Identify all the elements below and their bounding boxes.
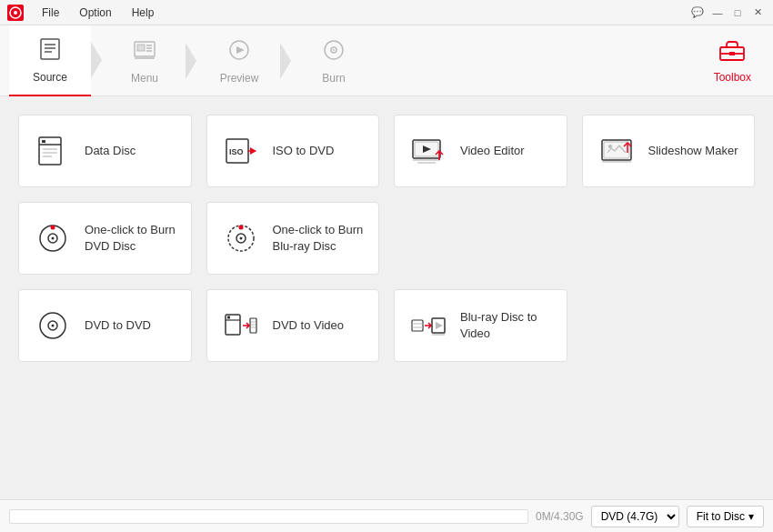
tab-preview[interactable]: Preview (198, 25, 280, 96)
tools-row-1: Data Disc ISO ISO to DVD (18, 115, 755, 187)
title-bar-left: File Option Help (7, 5, 157, 21)
empty-card-3 (582, 289, 756, 362)
svg-point-46 (239, 237, 242, 240)
tool-slideshow-maker[interactable]: Slideshow Maker (582, 115, 756, 187)
fit-to-disc-button[interactable]: Fit to Disc ▾ (687, 506, 764, 527)
menu-option[interactable]: Option (75, 5, 115, 21)
fit-disc-label: Fit to Disc (697, 510, 745, 523)
title-bar-right: 💬 — □ ✕ (689, 5, 766, 20)
tab-menu-label: Menu (131, 72, 158, 85)
svg-rect-22 (42, 140, 45, 143)
dvd-dvd-icon (34, 306, 72, 345)
message-button[interactable]: 💬 (689, 5, 706, 20)
tool-oneclick-dvd[interactable]: One-click to Burn DVD Disc (18, 202, 192, 275)
svg-point-37 (608, 145, 612, 148)
tab-menu[interactable]: Menu (104, 25, 186, 96)
tool-video-editor[interactable]: Video Editor (394, 115, 567, 187)
svg-point-50 (52, 325, 55, 327)
svg-point-42 (52, 237, 55, 240)
iso-dvd-label: ISO to DVD (273, 143, 335, 159)
toolbox-label: Toolbox (714, 71, 751, 84)
minimize-button[interactable]: — (709, 5, 726, 20)
progress-bar-container (9, 509, 528, 524)
storage-label: 0M/4.30G (536, 510, 584, 523)
toolbar-tabs: Source Menu Pr (9, 25, 375, 95)
tool-oneclick-blu[interactable]: One-click to Burn Blu-ray Disc (206, 202, 380, 275)
video-editor-icon (409, 132, 447, 170)
maximize-button[interactable]: □ (729, 5, 746, 20)
tool-blu-to-video[interactable]: Blu-ray Disc to Video (394, 289, 567, 362)
tab-burn[interactable]: Burn (293, 25, 375, 96)
tab-preview-label: Preview (220, 72, 259, 85)
blu-video-icon (409, 306, 447, 345)
title-bar: File Option Help 💬 — □ ✕ (0, 0, 773, 25)
svg-rect-7 (137, 45, 145, 51)
oneclick-dvd-icon (34, 219, 72, 257)
svg-marker-62 (436, 322, 443, 329)
tab-source[interactable]: Source (9, 25, 91, 96)
menu-help[interactable]: Help (128, 5, 158, 21)
dvd-video-label: DVD to Video (273, 317, 345, 334)
blu-video-label: Blu-ray Disc to Video (460, 309, 552, 342)
main-content: Data Disc ISO ISO to DVD (0, 96, 773, 499)
app-icon (7, 5, 24, 21)
fit-disc-chevron-icon: ▾ (748, 510, 754, 523)
dvd-video-icon (222, 306, 260, 345)
tab-burn-label: Burn (322, 72, 345, 85)
close-button[interactable]: ✕ (749, 5, 766, 20)
slideshow-maker-label: Slideshow Maker (648, 143, 738, 159)
svg-marker-13 (236, 46, 245, 54)
empty-card-2 (582, 202, 756, 275)
svg-point-1 (14, 11, 17, 15)
data-disc-label: Data Disc (85, 143, 136, 159)
status-bar: 0M/4.30G DVD (4.7G) BD-25 BD-50 Fit to D… (0, 499, 773, 532)
oneclick-dvd-label: One-click to Burn DVD Disc (85, 222, 176, 255)
tool-dvd-to-video[interactable]: DVD to Video (206, 289, 380, 362)
preview-icon (226, 37, 252, 68)
dvd-dvd-label: DVD to DVD (85, 317, 151, 334)
svg-rect-19 (729, 52, 735, 55)
svg-rect-54 (250, 318, 256, 333)
svg-rect-58 (412, 320, 423, 331)
slideshow-maker-icon (597, 132, 636, 170)
svg-rect-2 (41, 39, 59, 59)
iso-dvd-icon: ISO (222, 132, 260, 170)
oneclick-blu-icon (222, 219, 260, 257)
menu-items: File Option Help (38, 5, 157, 21)
tool-data-disc[interactable]: Data Disc (18, 115, 192, 187)
tools-row-2: One-click to Burn DVD Disc One-click to … (18, 202, 755, 275)
tab-source-label: Source (33, 71, 67, 84)
oneclick-blu-label: One-click to Burn Blu-ray Disc (273, 222, 365, 255)
menu-icon (132, 37, 157, 68)
svg-text:ISO: ISO (229, 147, 244, 156)
toolbox-button[interactable]: Toolbox (701, 31, 764, 91)
toolbar: Source Menu Pr (0, 25, 773, 96)
data-disc-icon (34, 132, 72, 170)
burn-icon (321, 37, 346, 68)
disc-select[interactable]: DVD (4.7G) BD-25 BD-50 (591, 506, 679, 527)
empty-card-1 (394, 202, 567, 275)
menu-file[interactable]: File (38, 5, 63, 21)
svg-rect-53 (227, 316, 230, 319)
toolbox-icon (718, 38, 746, 67)
tool-iso-dvd[interactable]: ISO ISO to DVD (206, 115, 380, 187)
video-editor-label: Video Editor (460, 143, 525, 159)
svg-point-16 (333, 49, 335, 51)
source-icon (37, 36, 63, 67)
tools-row-3: DVD to DVD DVD to Video (18, 289, 755, 362)
tool-dvd-to-dvd[interactable]: DVD to DVD (18, 289, 192, 362)
